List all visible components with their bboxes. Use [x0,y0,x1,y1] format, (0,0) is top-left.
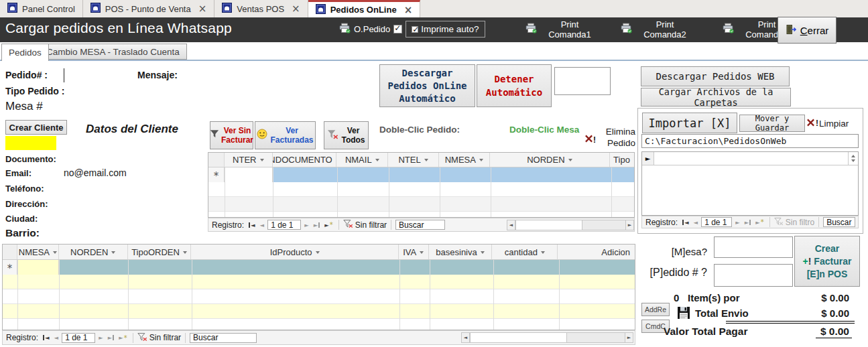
print-comanda1-button[interactable]: PrintComanda1 [525,19,599,40]
dropdown-arrow-icon[interactable] [183,251,187,256]
search-input[interactable]: Buscar [395,220,445,230]
addre-button[interactable]: AddRe [641,303,670,316]
close-tab-icon[interactable]: × [198,3,207,15]
filter-status-icon[interactable] [343,219,353,230]
dropdown-arrow-icon[interactable] [316,251,320,256]
ver-todos-button[interactable]: VerTodos [324,121,369,149]
close-tab-icon[interactable]: × [404,4,413,16]
crear-facturar-button[interactable]: Crear +! Facturar [E]n POS [794,236,860,287]
new-record-button[interactable]: ►* [754,218,765,226]
mover-y-guardar-button[interactable]: Mover y Guardar [739,115,805,132]
cerrar-button[interactable]: Cerrar [778,17,836,44]
selected-row-cells[interactable] [273,167,634,182]
current-row-selector[interactable]: ► [642,152,654,165]
tab-ventas-pos[interactable]: Ventas POS × [214,0,308,17]
column-header-norden[interactable]: NORDEN [59,245,128,259]
opedido-checkbox[interactable] [393,25,402,33]
new-record-button[interactable]: ►* [117,334,129,342]
column-header-norden[interactable]: NORDEN [490,153,610,167]
dropdown-arrow-icon[interactable] [568,159,572,163]
column-header-basesiniva[interactable]: basesiniva [429,245,493,259]
previous-record-button[interactable]: ◄ [692,219,700,226]
new-record-button[interactable]: ►* [323,221,334,228]
printer-icon[interactable] [339,23,351,36]
email-value[interactable]: no@email.com [64,167,127,178]
column-header-nmail[interactable]: NMAIL [336,153,388,167]
print-comanda2-button[interactable]: PrintComanda2 [621,19,694,40]
scrollbar-thumb[interactable] [515,220,582,230]
column-header-ntel[interactable]: NTEL [388,153,439,167]
row-selector-header[interactable] [3,245,17,259]
dropdown-arrow-icon[interactable] [111,251,115,256]
record-position-box[interactable]: 1 de 1 [701,217,732,227]
tab-pos-punto-de-venta[interactable]: POS - Punto de Venta × [83,0,215,17]
last-record-button[interactable]: ► [312,222,322,228]
search-input[interactable]: Buscar [190,333,257,343]
detener-automatico-button[interactable]: DetenerAutomático [477,64,552,107]
scroll-left-icon[interactable]: ◄ [507,220,515,230]
import-path-input[interactable]: C:\Facturacion\PedidosOnWeb [641,134,859,148]
scrollbar-thumb[interactable] [470,332,567,343]
column-header-adicion[interactable]: Adicion [558,245,635,259]
dropdown-arrow-icon[interactable] [481,251,485,256]
column-header-cantidad[interactable]: cantidad [492,245,558,259]
scroll-right-icon[interactable]: ► [625,332,633,343]
last-record-button[interactable]: ► [743,219,753,226]
filter-status-icon[interactable] [137,332,147,344]
filter-status-label[interactable]: Sin filtrar [149,333,181,342]
column-header-iva[interactable]: IVA [399,245,429,259]
first-record-button[interactable]: ◄ [247,222,257,228]
limpiar-button[interactable]: ! Limpiar [806,117,849,129]
vertical-scrollbar[interactable] [848,152,858,165]
first-record-button[interactable]: ◄ [42,334,51,341]
column-header-tipo[interactable]: Tipo [610,153,634,167]
ver-sin-facturar-button[interactable]: Ver SinFacturar [210,121,253,149]
close-tab-icon[interactable]: × [292,3,300,15]
first-record-button[interactable]: ◄ [681,219,690,226]
previous-record-button[interactable]: ◄ [53,334,60,341]
ver-facturadas-button[interactable]: VerFacturadas [255,121,316,149]
search-input[interactable]: Buscar [823,217,855,227]
dropdown-arrow-icon[interactable] [53,251,57,256]
active-cell[interactable] [17,260,59,275]
mesa-input[interactable] [5,136,56,150]
last-record-button[interactable]: ► [107,334,116,341]
new-row-selector[interactable]: * [3,260,17,275]
pedido-question-input[interactable] [714,264,793,287]
descargar-automatico-button[interactable]: DescargarPedidos OnLineAutomático [379,64,475,107]
new-row-selector[interactable]: * [208,167,225,182]
column-header-nmesa[interactable]: NMESA [17,245,59,259]
record-position-box[interactable]: 1 de 1 [267,220,301,230]
tab-panel-control[interactable]: Panel Control [0,0,83,17]
scroll-left-icon[interactable]: ◄ [461,332,470,343]
next-record-button[interactable]: ► [734,219,741,226]
dropdown-arrow-icon[interactable] [424,159,428,163]
importar-button[interactable]: Importar [X] [642,113,737,133]
column-header-ndocumento[interactable]: NDOCUMENTO [273,153,337,167]
descargar-pedidos-web-button[interactable]: Descargar Pedidos WEB [641,66,790,86]
column-header-idproducto[interactable]: IdProducto [191,245,398,259]
dropdown-arrow-icon[interactable] [541,251,545,256]
scroll-right-icon[interactable]: ► [625,220,634,230]
dropdown-arrow-icon[interactable] [420,251,424,256]
dropdown-arrow-icon[interactable] [375,159,379,163]
dropdown-arrow-icon[interactable] [260,159,264,163]
horizontal-scrollbar[interactable]: ◄ ► [461,332,633,343]
save-floppy-icon[interactable] [677,306,690,322]
imprime-auto-checkbox[interactable] [412,26,418,33]
elimina-pedido-button[interactable]: ! EliminaPedido [584,126,635,150]
dropdown-arrow-icon[interactable] [479,159,483,163]
opedido-label[interactable]: O.Pedido [354,24,390,34]
horizontal-scrollbar[interactable]: ◄ ► [507,220,634,230]
record-position-box[interactable]: 1 de 1 [62,333,95,343]
web-file-cell[interactable] [654,152,848,165]
crear-cliente-button[interactable]: Crear Cliente [5,120,67,135]
tab-pedidos-online[interactable]: Pedidos OnLine × [308,0,421,17]
next-record-button[interactable]: ► [97,334,105,341]
active-cell[interactable] [225,167,273,182]
auto-status-box[interactable] [554,67,611,95]
column-header-nter[interactable]: NTER [225,153,273,167]
subtab-cambio-mesa[interactable]: Cambio MESA - Traslado Cuenta [39,44,187,60]
subtab-pedidos[interactable]: Pedidos [1,44,49,61]
row-selector-header[interactable] [208,153,225,167]
